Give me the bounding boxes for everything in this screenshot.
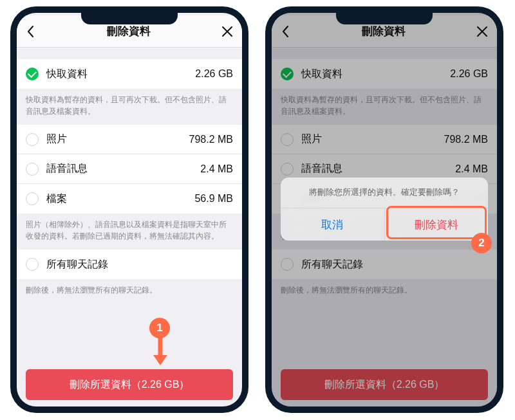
value-cache: 2.26 GB — [195, 68, 233, 80]
section-cache: 快取資料 2.26 GB — [17, 59, 242, 89]
value-files: 56.9 MB — [194, 193, 233, 205]
radio-icon[interactable] — [26, 258, 39, 271]
row-cache[interactable]: 快取資料 2.26 GB — [17, 59, 242, 89]
value-voice: 2.4 MB — [200, 163, 233, 175]
note-cache: 快取資料為暫存的資料，且可再次下載。但不包含照片、語音訊息及檔案資料。 — [17, 89, 242, 125]
notch — [81, 13, 178, 24]
note-chats: 刪除後，將無法瀏覽所有的聊天記錄。 — [17, 279, 242, 304]
label-photos: 照片 — [46, 132, 189, 146]
value-photos: 798.2 MB — [189, 134, 233, 145]
back-icon[interactable] — [26, 25, 36, 38]
screen: 刪除資料 快取資料 2.26 GB 快取資料為暫存的資料，且可再次下載。但不包含… — [272, 13, 497, 406]
delete-button[interactable]: 刪除所選資料（2.26 GB） — [26, 369, 233, 400]
row-photos[interactable]: 照片 798.2 MB — [17, 125, 242, 154]
notch — [336, 13, 433, 24]
radio-icon[interactable] — [26, 163, 39, 176]
label-chats: 所有聊天記錄 — [46, 258, 233, 271]
section-media: 照片 798.2 MB 語音訊息 2.4 MB 檔案 56.9 MB — [17, 125, 242, 214]
screen: 刪除資料 快取資料 2.26 GB 快取資料為暫存的資料，且可再次下載。但不包含… — [17, 13, 242, 406]
sheet-message: 將刪除您所選擇的資料。確定要刪除嗎？ — [281, 178, 488, 208]
phone-left: 刪除資料 快取資料 2.26 GB 快取資料為暫存的資料，且可再次下載。但不包含… — [10, 6, 248, 413]
label-files: 檔案 — [46, 192, 194, 206]
row-voice[interactable]: 語音訊息 2.4 MB — [17, 154, 242, 184]
cancel-button[interactable]: 取消 — [281, 208, 385, 241]
step-badge-2: 2 — [471, 233, 492, 253]
confirm-sheet: 將刪除您所選擇的資料。確定要刪除嗎？ 取消 刪除資料 — [281, 178, 488, 241]
page-title: 刪除資料 — [107, 24, 151, 39]
row-chats[interactable]: 所有聊天記錄 — [17, 250, 242, 279]
row-files[interactable]: 檔案 56.9 MB — [17, 184, 242, 214]
note-files: 照片（相簿除外）、語音訊息以及檔案資料是指聊天室中所收發的資料。若刪除已過期的資… — [17, 214, 242, 250]
label-cache: 快取資料 — [46, 68, 195, 81]
delete-button-label: 刪除所選資料（2.26 GB） — [70, 378, 190, 392]
checkmark-icon[interactable] — [26, 68, 39, 80]
label-voice: 語音訊息 — [46, 162, 200, 176]
step-badge-1: 1 — [149, 318, 170, 338]
close-icon[interactable] — [221, 26, 233, 37]
confirm-delete-button[interactable]: 刪除資料 — [385, 208, 489, 241]
radio-icon[interactable] — [26, 133, 39, 146]
radio-icon[interactable] — [26, 192, 39, 205]
section-chats: 所有聊天記錄 — [17, 250, 242, 279]
phone-right: 刪除資料 快取資料 2.26 GB 快取資料為暫存的資料，且可再次下載。但不包含… — [265, 6, 503, 413]
